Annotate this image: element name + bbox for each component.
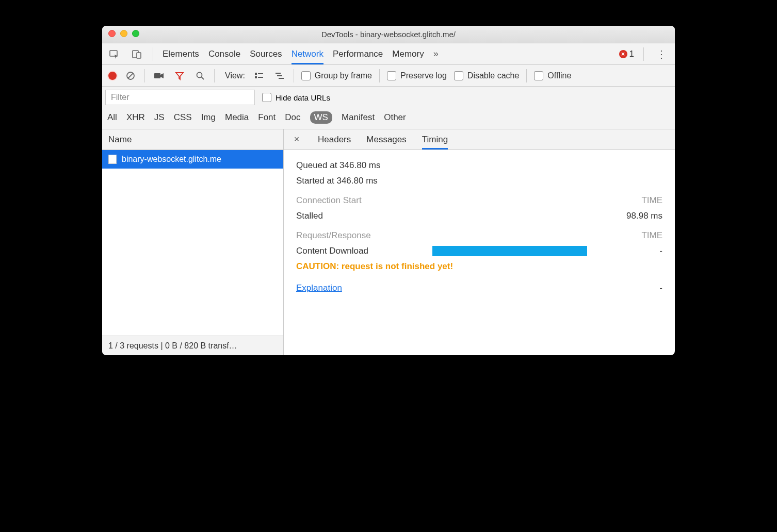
- clear-icon[interactable]: [124, 69, 137, 82]
- svg-point-6: [197, 72, 202, 77]
- main-tabs: Elements Console Sources Network Perform…: [102, 43, 675, 65]
- separator: [153, 47, 153, 61]
- devtools-window: DevTools - binary-websocket.glitch.me/ E…: [102, 26, 675, 355]
- disable-cache-checkbox[interactable]: Disable cache: [454, 71, 520, 80]
- minimize-window-button[interactable]: [120, 30, 127, 37]
- network-toolbar: View: Group by frame Preserve log Disabl…: [102, 65, 675, 87]
- tab-messages[interactable]: Messages: [366, 130, 406, 149]
- svg-rect-14: [279, 78, 284, 79]
- device-toggle-icon[interactable]: [130, 47, 143, 61]
- stalled-value: 98.98 ms: [606, 211, 662, 221]
- view-label: View:: [225, 71, 245, 80]
- inspect-icon[interactable]: [107, 47, 121, 61]
- traffic-lights: [108, 30, 139, 37]
- svg-rect-13: [277, 75, 282, 76]
- time-header: TIME: [606, 230, 662, 241]
- tab-elements[interactable]: Elements: [163, 44, 199, 64]
- connection-start-heading: Connection Start: [296, 195, 430, 206]
- type-img[interactable]: Img: [201, 112, 216, 123]
- queued-text: Queued at 346.80 ms: [296, 160, 381, 171]
- file-icon: [108, 155, 117, 164]
- svg-line-7: [202, 77, 204, 79]
- offline-checkbox[interactable]: Offline: [534, 71, 571, 80]
- request-list: binary-websocket.glitch.me: [102, 150, 283, 336]
- time-header: TIME: [606, 195, 662, 206]
- group-by-frame-checkbox[interactable]: Group by frame: [301, 71, 372, 80]
- content-download-label: Content Download: [296, 246, 430, 256]
- error-count: 1: [629, 49, 634, 59]
- separator: [379, 69, 380, 82]
- filter-bar: Hide data URLs All XHR JS CSS Img Media …: [102, 87, 675, 129]
- window-title: DevTools - binary-websocket.glitch.me/: [321, 30, 456, 39]
- content-download-value: -: [606, 246, 662, 256]
- titlebar: DevTools - binary-websocket.glitch.me/: [102, 26, 675, 43]
- content-area: Name binary-websocket.glitch.me 1 / 3 re…: [102, 129, 675, 355]
- type-manifest[interactable]: Manifest: [342, 112, 375, 123]
- more-tabs-button[interactable]: »: [433, 48, 439, 59]
- type-media[interactable]: Media: [225, 112, 249, 123]
- hide-data-urls-checkbox[interactable]: Hide data URLs: [262, 93, 330, 102]
- tab-sources[interactable]: Sources: [250, 44, 282, 64]
- filter-icon[interactable]: [173, 69, 186, 82]
- separator: [144, 69, 145, 82]
- svg-rect-10: [255, 76, 257, 78]
- svg-rect-8: [255, 73, 257, 75]
- request-row[interactable]: binary-websocket.glitch.me: [102, 150, 283, 169]
- request-response-heading: Request/Response: [296, 230, 430, 241]
- separator: [526, 69, 527, 82]
- svg-rect-2: [137, 53, 141, 58]
- type-xhr[interactable]: XHR: [126, 112, 145, 123]
- large-rows-icon[interactable]: [252, 69, 266, 82]
- type-font[interactable]: Font: [258, 112, 276, 123]
- separator: [214, 69, 215, 82]
- caution-text: CAUTION: request is not finished yet!: [296, 261, 662, 272]
- status-bar: 1 / 3 requests | 0 B / 820 B transf…: [102, 336, 283, 355]
- type-css[interactable]: CSS: [174, 112, 192, 123]
- type-other[interactable]: Other: [384, 112, 406, 123]
- explanation-value: -: [606, 283, 662, 293]
- svg-rect-9: [258, 73, 263, 74]
- record-button[interactable]: [108, 72, 117, 80]
- zoom-window-button[interactable]: [132, 30, 139, 37]
- type-doc[interactable]: Doc: [285, 112, 300, 123]
- svg-rect-5: [154, 73, 160, 78]
- separator: [643, 47, 644, 61]
- svg-line-4: [128, 73, 133, 78]
- timing-panel: Queued at 346.80 ms Started at 346.80 ms…: [284, 150, 675, 304]
- request-list-panel: Name binary-websocket.glitch.me 1 / 3 re…: [102, 129, 284, 355]
- name-column-header[interactable]: Name: [102, 129, 283, 150]
- tab-console[interactable]: Console: [208, 44, 240, 64]
- error-badge[interactable]: × 1: [619, 49, 634, 59]
- svg-rect-12: [276, 73, 281, 74]
- tab-timing[interactable]: Timing: [422, 130, 448, 149]
- svg-rect-11: [258, 77, 263, 78]
- content-download-bar: [430, 246, 606, 256]
- tab-network[interactable]: Network: [292, 44, 323, 64]
- filter-input[interactable]: [105, 90, 255, 105]
- stalled-label: Stalled: [296, 211, 430, 221]
- type-ws[interactable]: WS: [310, 111, 332, 124]
- type-all[interactable]: All: [107, 112, 117, 123]
- settings-kebab-icon[interactable]: ⋮: [653, 48, 670, 60]
- close-detail-icon[interactable]: ×: [291, 134, 302, 145]
- error-icon: ×: [619, 50, 627, 58]
- close-window-button[interactable]: [108, 30, 116, 37]
- detail-panel: × Headers Messages Timing Queued at 346.…: [284, 129, 675, 355]
- detail-tabs: × Headers Messages Timing: [284, 129, 675, 150]
- preserve-log-checkbox[interactable]: Preserve log: [387, 71, 447, 80]
- separator: [294, 69, 294, 82]
- waterfall-icon[interactable]: [273, 69, 286, 82]
- camera-icon[interactable]: [152, 69, 166, 82]
- stalled-bar: [430, 211, 606, 221]
- tab-performance[interactable]: Performance: [333, 44, 383, 64]
- tab-headers[interactable]: Headers: [318, 130, 351, 149]
- request-name: binary-websocket.glitch.me: [122, 155, 221, 164]
- type-js[interactable]: JS: [154, 112, 165, 123]
- explanation-link[interactable]: Explanation: [296, 283, 342, 293]
- search-icon[interactable]: [193, 69, 207, 82]
- tab-memory[interactable]: Memory: [392, 44, 424, 64]
- started-text: Started at 346.80 ms: [296, 176, 378, 186]
- resource-type-filter: All XHR JS CSS Img Media Font Doc WS Man…: [102, 108, 675, 129]
